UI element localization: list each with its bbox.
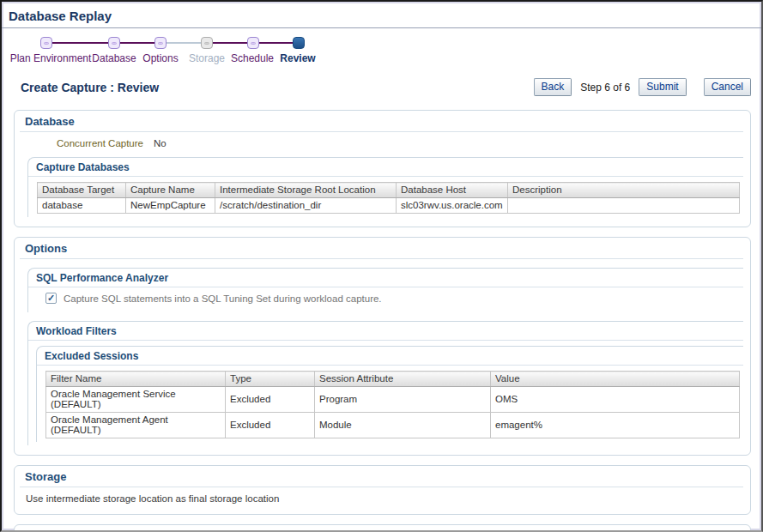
table-cell: OMS — [491, 387, 740, 413]
table-cell: database — [38, 198, 126, 214]
concurrent-capture-field: Concurrent Capture No — [57, 138, 743, 148]
table-cell: Oracle Management Service (DEFAULT) — [46, 387, 226, 413]
train-label-schedule[interactable]: Schedule — [231, 52, 274, 64]
table-row: Oracle Management Agent (DEFAULT) Exclud… — [46, 413, 740, 438]
table-cell: slc03rwv.us.oracle.com — [397, 198, 508, 214]
excluded-sessions-table: Filter Name Type Session Attribute Value… — [45, 371, 740, 438]
train-node-glyph — [44, 42, 49, 45]
excluded-sessions-subsection: Excluded Sessions Filter Name Type Sessi… — [36, 346, 743, 442]
excluded-sessions-title: Excluded Sessions — [37, 347, 743, 366]
train-connector — [120, 42, 154, 44]
train-connector — [52, 42, 108, 44]
database-section: Database Concurrent Capture No Capture D… — [14, 110, 751, 227]
column-header: Filter Name — [46, 372, 226, 387]
train-node-glyph — [112, 42, 117, 45]
table-cell: /scratch/destination_dir — [215, 198, 397, 214]
wizard-header: Create Capture : Review Back Step 6 of 6… — [21, 78, 751, 96]
cancel-button[interactable]: Cancel — [704, 78, 751, 96]
step-indicator: Step 6 of 6 — [577, 82, 633, 94]
column-header: Database Target — [38, 183, 126, 198]
column-header: Session Attribute — [315, 372, 491, 387]
table-cell: Excluded — [226, 413, 315, 438]
table-cell — [508, 198, 740, 214]
table-cell: Oracle Management Agent (DEFAULT) — [46, 413, 226, 438]
train-label-database[interactable]: Database — [92, 52, 136, 64]
train-connector — [259, 42, 293, 44]
table-cell: NewEmpCapture — [126, 198, 215, 214]
train-label-review: Review — [280, 52, 315, 64]
column-header: Description — [508, 183, 740, 198]
capture-databases-table: Database Target Capture Name Intermediat… — [37, 182, 740, 214]
storage-section: Storage Use intermediate storage locatio… — [14, 465, 751, 515]
table-row: Oracle Management Service (DEFAULT) Excl… — [46, 387, 740, 413]
back-button[interactable]: Back — [534, 78, 572, 96]
workload-filters-title: Workload Filters — [28, 322, 743, 341]
capture-sql-checkbox-row: ✓ Capture SQL statements into a SQL Tuni… — [45, 293, 743, 304]
column-header: Intermediate Storage Root Location — [215, 183, 397, 198]
table-header-row: Database Target Capture Name Intermediat… — [38, 183, 740, 198]
column-header: Value — [491, 372, 740, 387]
storage-text: Use intermediate storage location as fin… — [26, 493, 743, 504]
title-divider — [2, 27, 761, 28]
table-row: database NewEmpCapture /scratch/destinat… — [38, 198, 740, 214]
sql-performance-analyzer-subsection: SQL Performance Analyzer ✓ Capture SQL s… — [27, 268, 743, 312]
wizard-train: Plan Environment Database Options Storag… — [2, 32, 761, 66]
train-step-plan-environment[interactable] — [40, 37, 52, 49]
table-cell: emagent% — [491, 413, 740, 438]
train-label-options[interactable]: Options — [142, 52, 178, 64]
concurrent-capture-label: Concurrent Capture — [57, 138, 143, 148]
options-section: Options SQL Performance Analyzer ✓ Captu… — [14, 237, 751, 456]
table-header-row: Filter Name Type Session Attribute Value — [46, 372, 740, 387]
review-content: Database Concurrent Capture No Capture D… — [14, 110, 751, 532]
page-title: Database Replay — [2, 2, 761, 27]
train-step-options[interactable] — [154, 37, 167, 49]
train-label-storage: Storage — [189, 52, 225, 64]
train-step-review — [293, 37, 305, 49]
capture-databases-title: Capture Databases — [28, 158, 743, 177]
workload-filters-subsection: Workload Filters Excluded Sessions Filte… — [27, 321, 743, 445]
wizard-actions: Back Step 6 of 6 Submit Cancel — [534, 78, 751, 96]
options-section-title: Options — [20, 238, 743, 259]
database-replay-window: Database Replay Plan Environment Databas… — [0, 0, 763, 532]
storage-section-title: Storage — [20, 466, 743, 487]
concurrent-capture-value: No — [154, 138, 167, 148]
schedule-section: Schedule Capture Schedule Start Immediat… — [14, 524, 751, 532]
train-connector — [167, 42, 201, 44]
database-section-title: Database — [20, 111, 743, 132]
train-label-plan-environment[interactable]: Plan Environment — [10, 52, 92, 64]
train-node-glyph — [251, 42, 256, 45]
train-node-glyph — [204, 42, 209, 45]
column-header: Database Host — [397, 183, 508, 198]
column-header: Capture Name — [126, 183, 215, 198]
train-step-storage — [201, 37, 213, 49]
sql-performance-analyzer-title: SQL Performance Analyzer — [28, 269, 743, 287]
capture-databases-subsection: Capture Databases Database Target Captur… — [27, 157, 743, 217]
capture-sql-checkbox[interactable]: ✓ — [45, 293, 57, 304]
table-cell: Module — [315, 413, 491, 438]
table-cell: Program — [315, 387, 491, 413]
wizard-title: Create Capture : Review — [21, 81, 159, 94]
train-step-schedule[interactable] — [247, 37, 259, 49]
schedule-section-title: Schedule — [20, 525, 743, 532]
table-cell: Excluded — [226, 387, 315, 413]
capture-sql-checkbox-label: Capture SQL statements into a SQL Tuning… — [64, 293, 382, 304]
train-node-glyph — [158, 42, 163, 45]
train-connector — [213, 42, 247, 44]
column-header: Type — [226, 372, 315, 387]
submit-button[interactable]: Submit — [639, 78, 686, 96]
train-step-database[interactable] — [108, 37, 120, 49]
